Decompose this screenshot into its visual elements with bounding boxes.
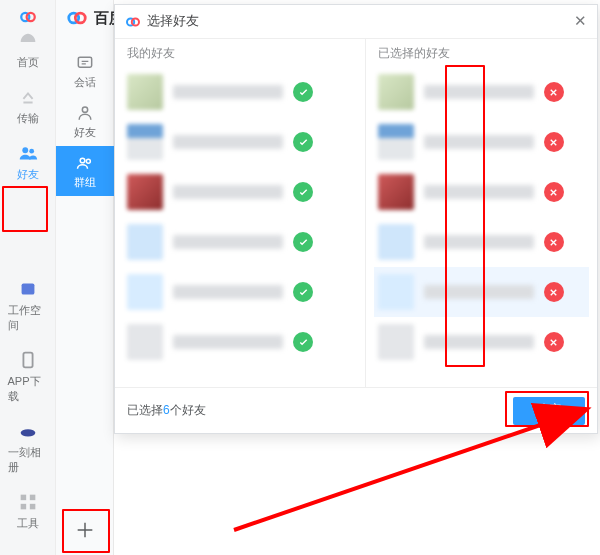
avatar: [378, 274, 414, 310]
svg-point-13: [80, 158, 85, 163]
avatar: [378, 74, 414, 110]
nav-transfer-label: 传输: [17, 111, 39, 126]
dialog-logo-icon: [125, 14, 141, 30]
ok-button[interactable]: 确定: [513, 397, 585, 425]
friend-row[interactable]: [123, 117, 357, 167]
svg-point-2: [22, 147, 28, 153]
avatar: [127, 224, 163, 260]
selected-friends-list: [366, 67, 597, 387]
nav-home[interactable]: 首页: [8, 30, 48, 70]
selected-row: [374, 267, 589, 317]
avatar: [378, 224, 414, 260]
tab-conversation-label: 会话: [74, 75, 96, 90]
checked-icon: [293, 182, 313, 202]
svg-point-12: [82, 107, 87, 112]
svg-point-14: [86, 159, 90, 163]
close-icon: ✕: [574, 12, 587, 30]
outer-sidebar: 首页 传输 好友 工作空间 APP下载 一刻相册 工具: [0, 0, 56, 555]
remove-button[interactable]: [544, 182, 564, 202]
friend-name: [173, 235, 283, 249]
avatar: [378, 324, 414, 360]
friend-row[interactable]: [123, 167, 357, 217]
checked-icon: [293, 332, 313, 352]
selected-friends-column: 已选择的好友: [366, 39, 597, 387]
friend-name: [173, 335, 283, 349]
tab-groups[interactable]: 群组: [56, 146, 114, 196]
select-friends-dialog: 选择好友 ✕ 我的好友: [114, 4, 598, 434]
friend-row[interactable]: [123, 317, 357, 367]
nav-tools-label: 工具: [17, 516, 39, 531]
nav-transfer[interactable]: 传输: [8, 86, 48, 126]
remove-button[interactable]: [544, 132, 564, 152]
friend-row[interactable]: [123, 217, 357, 267]
nav-app-download-label: APP下载: [8, 374, 48, 404]
friend-name: [424, 85, 534, 99]
avatar: [127, 174, 163, 210]
friend-name: [424, 285, 534, 299]
svg-rect-7: [20, 495, 26, 501]
remove-button[interactable]: [544, 332, 564, 352]
avatar: [378, 174, 414, 210]
friend-name: [173, 285, 283, 299]
friend-name: [173, 185, 283, 199]
selected-friends-header: 已选择的好友: [366, 39, 597, 67]
my-friends-list: [115, 67, 365, 387]
main-area: 百度网盘 选择好友 ✕ 我的好友: [114, 0, 600, 555]
checked-icon: [293, 82, 313, 102]
friend-name: [424, 235, 534, 249]
svg-rect-8: [29, 495, 35, 501]
avatar: [127, 274, 163, 310]
svg-point-18: [132, 18, 139, 25]
checked-icon: [293, 232, 313, 252]
friend-name: [173, 85, 283, 99]
tab-friends-label: 好友: [74, 125, 96, 140]
dialog-title-text: 选择好友: [147, 13, 199, 30]
my-friends-header: 我的好友: [115, 39, 365, 67]
add-button[interactable]: [63, 511, 107, 549]
friend-name: [424, 335, 534, 349]
checked-icon: [293, 282, 313, 302]
friend-row[interactable]: [123, 267, 357, 317]
selected-row: [374, 67, 589, 117]
remove-button[interactable]: [544, 282, 564, 302]
avatar: [127, 324, 163, 360]
avatar: [127, 74, 163, 110]
baidu-netdisk-logo: [19, 8, 37, 26]
selected-row: [374, 317, 589, 367]
selected-row: [374, 117, 589, 167]
dialog-titlebar: 选择好友 ✕: [115, 5, 597, 39]
tab-conversation[interactable]: 会话: [56, 46, 114, 96]
remove-button[interactable]: [544, 82, 564, 102]
nav-workspace-label: 工作空间: [8, 303, 48, 333]
selected-count: 已选择6个好友: [127, 402, 206, 419]
svg-rect-9: [20, 504, 26, 510]
svg-rect-10: [29, 504, 35, 510]
nav-friends-label: 好友: [17, 167, 39, 182]
tab-friends[interactable]: 好友: [56, 96, 114, 146]
nav-tools[interactable]: 工具: [8, 491, 48, 531]
nav-friends[interactable]: 好友: [8, 142, 48, 182]
selected-row: [374, 167, 589, 217]
nav-album[interactable]: 一刻相册: [8, 420, 48, 475]
svg-rect-5: [23, 353, 32, 368]
my-friends-column: 我的好友: [115, 39, 366, 387]
svg-rect-4: [21, 284, 34, 295]
friend-name: [424, 185, 534, 199]
svg-point-1: [26, 13, 34, 21]
avatar: [127, 124, 163, 160]
nav-app-download[interactable]: APP下载: [8, 349, 48, 404]
friend-row[interactable]: [123, 67, 357, 117]
svg-point-6: [20, 429, 35, 436]
nav-home-label: 首页: [17, 55, 39, 70]
svg-rect-11: [78, 57, 91, 67]
dialog-close-button[interactable]: ✕: [569, 10, 591, 32]
mid-sidebar: 会话 好友 群组: [56, 0, 114, 555]
friend-name: [173, 135, 283, 149]
avatar: [378, 124, 414, 160]
nav-workspace[interactable]: 工作空间: [8, 278, 48, 333]
friend-name: [424, 135, 534, 149]
remove-button[interactable]: [544, 232, 564, 252]
svg-point-3: [29, 149, 34, 154]
tab-groups-label: 群组: [74, 175, 96, 190]
dialog-footer: 已选择6个好友 确定: [115, 387, 597, 433]
